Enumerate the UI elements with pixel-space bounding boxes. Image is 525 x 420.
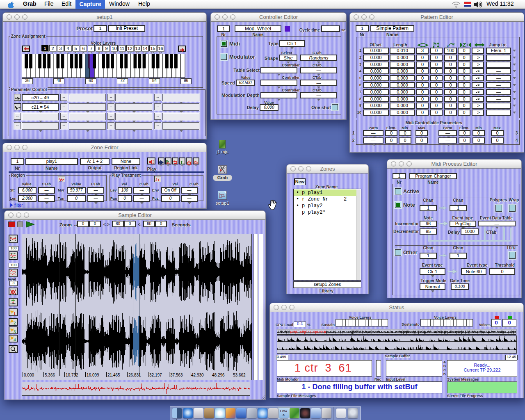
- svg-text:21.465: 21.465: [107, 373, 120, 377]
- svg-text:32.197: 32.197: [149, 373, 162, 377]
- svg-text:L: L: [181, 160, 184, 165]
- svg-text:5.366: 5.366: [45, 373, 55, 377]
- svg-text:48.296: 48.296: [212, 373, 225, 377]
- svg-text:2: 2: [14, 320, 16, 325]
- svg-text:37.563: 37.563: [170, 373, 183, 377]
- svg-text:4: 4: [14, 337, 16, 342]
- svg-text:f: f: [454, 42, 455, 46]
- svg-text:T: T: [158, 178, 160, 182]
- svg-text:16.099: 16.099: [87, 373, 99, 377]
- svg-text:0.000: 0.000: [24, 373, 34, 377]
- svg-text:26.831: 26.831: [128, 373, 141, 377]
- svg-text:3: 3: [14, 329, 16, 333]
- svg-text:1: 1: [14, 311, 16, 315]
- svg-text:10.732: 10.732: [66, 373, 78, 377]
- svg-text:p: p: [447, 43, 449, 48]
- svg-text:42.930: 42.930: [191, 373, 204, 377]
- svg-text:53.662: 53.662: [233, 373, 246, 377]
